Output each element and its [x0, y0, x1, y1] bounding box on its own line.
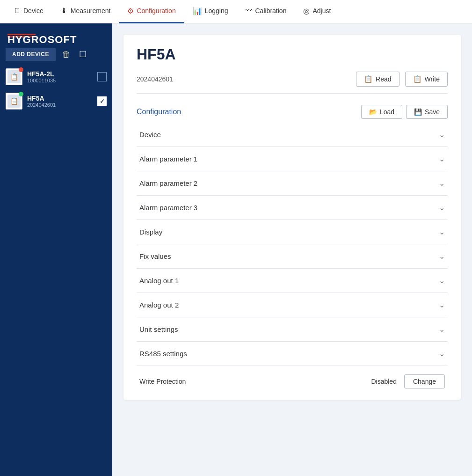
- tab-logging[interactable]: 📊 Logging: [184, 0, 237, 23]
- device-thumbnail-1: 📋: [6, 68, 22, 85]
- accordion-item-rs485: RS485 settings⌄: [137, 342, 448, 366]
- configuration-label: Configuration: [137, 108, 357, 116]
- logging-icon: 📊: [193, 7, 202, 15]
- write-protection-label: Write Protection: [139, 378, 363, 385]
- tab-configuration[interactable]: ⚙ Configuration: [119, 0, 184, 23]
- write-button-label: Write: [425, 75, 440, 83]
- configuration-card: HF5A 2024042601 📋 Read 📋 Write Configura…: [123, 35, 461, 400]
- status-dot-red: [19, 67, 23, 72]
- sidebar-actions: ADD DEVICE 🗑 ☐: [0, 44, 112, 65]
- tab-calibration[interactable]: 〰 Calibration: [237, 0, 295, 23]
- accordion-header-rs485[interactable]: RS485 settings⌄: [137, 342, 448, 366]
- main-content: HF5A 2024042601 📋 Read 📋 Write Configura…: [112, 23, 472, 476]
- accordion-label-alarm1: Alarm parameter 1: [139, 155, 197, 163]
- accordion-item-alarm2: Alarm parameter 2⌄: [137, 171, 448, 196]
- accordion-label-device: Device: [139, 131, 161, 139]
- accordion-header-alarm2[interactable]: Alarm parameter 2⌄: [137, 171, 448, 195]
- accordion-header-alarm1[interactable]: Alarm parameter 1⌄: [137, 147, 448, 171]
- tab-adjust-label: Adjust: [312, 7, 331, 15]
- accordion-header-alarm3[interactable]: Alarm parameter 3⌄: [137, 196, 448, 220]
- tab-device-label: Device: [23, 7, 44, 15]
- device-name-1: HF5A-2L: [27, 70, 93, 78]
- load-icon: 📂: [369, 108, 377, 116]
- accordion-label-alarm2: Alarm parameter 2: [139, 179, 197, 187]
- device-header-row: 2024042601 📋 Read 📋 Write: [137, 72, 448, 94]
- accordion-header-analogout2[interactable]: Analog out 2⌄: [137, 293, 448, 317]
- write-protection-row: Write Protection Disabled Change: [137, 366, 448, 390]
- write-protection-status: Disabled: [371, 378, 396, 385]
- accordion-label-fixvalues: Fix values: [139, 252, 171, 260]
- device-info-1: HF5A-2L 1000011035: [27, 70, 93, 83]
- device-icon-1: 📋: [7, 70, 21, 83]
- accordion-item-display: Display⌄: [137, 220, 448, 244]
- accordion-header-display[interactable]: Display⌄: [137, 220, 448, 244]
- accordion-item-alarm3: Alarm parameter 3⌄: [137, 196, 448, 220]
- device-info-2: HF5A 2024042601: [27, 95, 93, 108]
- accordion-header-fixvalues[interactable]: Fix values⌄: [137, 244, 448, 268]
- change-write-protection-button[interactable]: Change: [404, 374, 445, 388]
- tab-adjust[interactable]: ◎ Adjust: [295, 0, 339, 23]
- tab-device[interactable]: 🖥 Device: [5, 0, 52, 23]
- accordion-header-device[interactable]: Device⌄: [137, 123, 448, 146]
- device-checkbox-1[interactable]: [97, 72, 107, 81]
- read-button-label: Read: [376, 75, 391, 83]
- calibration-icon: 〰: [245, 7, 253, 15]
- chevron-down-icon: ⌄: [439, 130, 445, 139]
- read-button[interactable]: 📋 Read: [356, 72, 399, 87]
- accordion-item-analogout2: Analog out 2⌄: [137, 293, 448, 317]
- tab-measurement[interactable]: 🌡 Measurement: [52, 0, 119, 23]
- device-item-hf5a[interactable]: 📋 HF5A 2024042601: [0, 89, 112, 113]
- device-icon: 🖥: [13, 7, 21, 15]
- save-button-label: Save: [425, 108, 440, 116]
- new-window-button[interactable]: ☐: [77, 48, 88, 60]
- app-logo: HYGROSOFT: [0, 28, 112, 44]
- device-icon-2: 📋: [7, 95, 21, 108]
- chevron-down-icon: ⌄: [439, 300, 445, 309]
- accordion-label-analogout1: Analog out 1: [139, 277, 179, 285]
- accordion-label-unitsettings: Unit settings: [139, 325, 178, 333]
- tab-calibration-label: Calibration: [255, 7, 287, 15]
- accordion-item-analogout1: Analog out 1⌄: [137, 269, 448, 293]
- main-layout: HYGROSOFT ADD DEVICE 🗑 ☐ 📋 HF5A-2L 10000…: [0, 23, 472, 476]
- chevron-down-icon: ⌄: [439, 349, 445, 358]
- save-icon: 💾: [414, 108, 422, 116]
- device-thumbnail-2: 📋: [6, 93, 22, 110]
- accordion-label-display: Display: [139, 228, 162, 236]
- load-button[interactable]: 📂 Load: [361, 105, 402, 119]
- load-button-label: Load: [380, 108, 394, 116]
- chevron-down-icon: ⌄: [439, 179, 445, 188]
- tab-measurement-label: Measurement: [71, 7, 111, 15]
- read-icon: 📋: [364, 75, 373, 83]
- device-checkbox-2[interactable]: [97, 96, 107, 106]
- save-button[interactable]: 💾 Save: [406, 105, 448, 119]
- sidebar: HYGROSOFT ADD DEVICE 🗑 ☐ 📋 HF5A-2L 10000…: [0, 23, 112, 476]
- chevron-down-icon: ⌄: [439, 203, 445, 212]
- accordion-header-analogout1[interactable]: Analog out 1⌄: [137, 269, 448, 293]
- config-header: Configuration 📂 Load 💾 Save: [137, 98, 448, 123]
- chevron-down-icon: ⌄: [439, 325, 445, 334]
- chevron-down-icon: ⌄: [439, 276, 445, 285]
- accordion-item-device: Device⌄: [137, 123, 448, 147]
- tab-configuration-label: Configuration: [137, 7, 175, 15]
- adjust-icon: ◎: [303, 7, 310, 15]
- configuration-icon: ⚙: [127, 7, 134, 15]
- device-name-2: HF5A: [27, 95, 93, 102]
- accordion-item-alarm1: Alarm parameter 1⌄: [137, 147, 448, 171]
- write-button[interactable]: 📋 Write: [405, 72, 448, 87]
- device-serial-2: 2024042601: [27, 102, 93, 108]
- accordion-item-fixvalues: Fix values⌄: [137, 244, 448, 269]
- device-item-hf5a2l[interactable]: 📋 HF5A-2L 1000011035: [0, 65, 112, 89]
- accordion-label-analogout2: Analog out 2: [139, 301, 179, 309]
- measurement-icon: 🌡: [60, 7, 68, 15]
- delete-device-button[interactable]: 🗑: [60, 49, 73, 60]
- accordion-label-rs485: RS485 settings: [139, 350, 187, 358]
- accordion-header-unitsettings[interactable]: Unit settings⌄: [137, 317, 448, 341]
- page-title: HF5A: [137, 46, 448, 63]
- accordion-label-alarm3: Alarm parameter 3: [139, 204, 197, 212]
- serial-number: 2024042601: [137, 75, 350, 83]
- chevron-down-icon: ⌄: [439, 252, 445, 261]
- write-icon: 📋: [413, 75, 422, 83]
- accordion-list: Device⌄Alarm parameter 1⌄Alarm parameter…: [137, 123, 448, 366]
- accordion-item-unitsettings: Unit settings⌄: [137, 317, 448, 342]
- add-device-button[interactable]: ADD DEVICE: [6, 48, 56, 61]
